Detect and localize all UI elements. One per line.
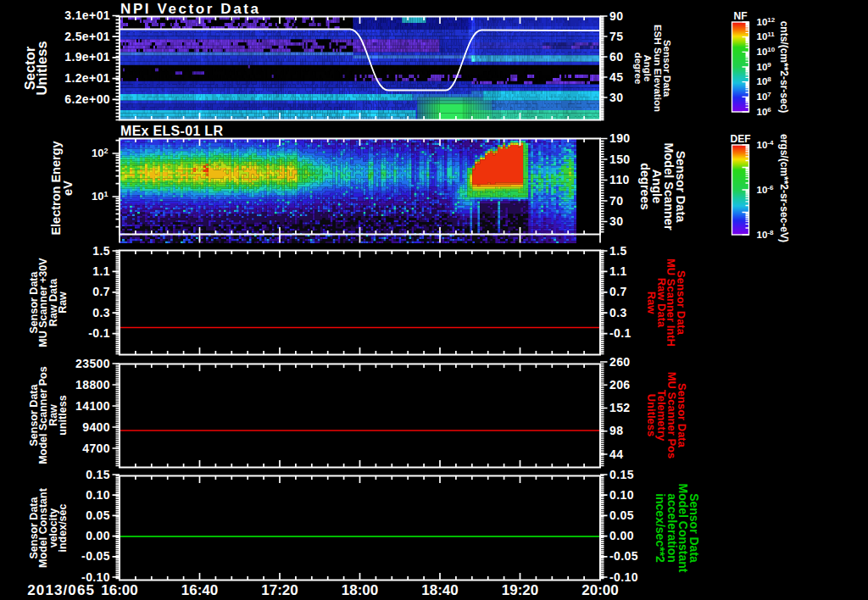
svg-text:206: 206 bbox=[609, 378, 631, 392]
svg-text:DEF: DEF bbox=[731, 133, 751, 145]
svg-text:NPI Vector Data: NPI Vector Data bbox=[120, 1, 261, 17]
svg-text:Unitless: Unitless bbox=[645, 394, 658, 437]
svg-text:70: 70 bbox=[609, 194, 623, 208]
svg-text:45: 45 bbox=[609, 70, 623, 84]
svg-text:260: 260 bbox=[609, 355, 631, 369]
svg-text:0.15: 0.15 bbox=[609, 468, 634, 481]
svg-text:9400: 9400 bbox=[82, 420, 110, 434]
svg-text:0.10: 0.10 bbox=[609, 488, 634, 502]
svg-text:18:00: 18:00 bbox=[342, 582, 378, 598]
svg-text:0.00: 0.00 bbox=[609, 529, 634, 542]
svg-text:incex/sec**2: incex/sec**2 bbox=[654, 493, 667, 563]
svg-text:Raw: Raw bbox=[57, 292, 69, 314]
svg-text:17:20: 17:20 bbox=[261, 582, 298, 598]
svg-text:30: 30 bbox=[609, 91, 623, 104]
svg-text:NF: NF bbox=[734, 10, 748, 22]
svg-text:98: 98 bbox=[609, 424, 623, 437]
svg-text:14100: 14100 bbox=[75, 399, 110, 413]
svg-text:0.3: 0.3 bbox=[609, 306, 627, 319]
svg-text:0.00: 0.00 bbox=[86, 529, 110, 542]
svg-text:2013/065: 2013/065 bbox=[27, 582, 95, 598]
svg-text:0.7: 0.7 bbox=[92, 285, 110, 298]
svg-text:Unitless: Unitless bbox=[34, 41, 49, 95]
svg-text:cnts/(cm**2-sr-sec): cnts/(cm**2-sr-sec) bbox=[778, 21, 790, 114]
svg-text:Sensor Data: Sensor Data bbox=[662, 40, 672, 97]
svg-text:Angle: Angle bbox=[643, 55, 653, 82]
svg-text:-0.1: -0.1 bbox=[88, 326, 110, 340]
svg-text:19:20: 19:20 bbox=[502, 582, 538, 598]
svg-text:ergs/(cm**2-sr-sec-eV): ergs/(cm**2-sr-sec-eV) bbox=[778, 134, 790, 242]
svg-text:30: 30 bbox=[609, 214, 623, 228]
svg-text:190: 190 bbox=[609, 131, 631, 145]
svg-text:degree: degree bbox=[633, 53, 643, 85]
svg-text:0.10: 0.10 bbox=[86, 488, 110, 502]
svg-text:unitless: unitless bbox=[57, 395, 69, 435]
svg-text:eV: eV bbox=[61, 181, 75, 196]
svg-text:1.9e+01: 1.9e+01 bbox=[64, 50, 110, 64]
svg-text:-0.1: -0.1 bbox=[609, 326, 632, 340]
svg-text:1.1: 1.1 bbox=[92, 264, 110, 278]
svg-text:0.3: 0.3 bbox=[92, 306, 110, 319]
svg-text:6.2e+00: 6.2e+00 bbox=[64, 92, 110, 106]
svg-text:18800: 18800 bbox=[75, 378, 110, 392]
svg-text:3.1e+01: 3.1e+01 bbox=[64, 8, 110, 22]
svg-text:1.2e+01: 1.2e+01 bbox=[64, 71, 110, 85]
svg-text:index/sec: index/sec bbox=[57, 503, 69, 552]
svg-text:-0.05: -0.05 bbox=[81, 549, 110, 563]
svg-text:0.15: 0.15 bbox=[86, 468, 110, 481]
svg-text:Raw: Raw bbox=[645, 292, 658, 315]
svg-text:1.5: 1.5 bbox=[92, 244, 110, 258]
svg-text:1.5: 1.5 bbox=[609, 244, 627, 258]
svg-text:150: 150 bbox=[609, 153, 631, 166]
svg-text:ESH Sun Elevation: ESH Sun Elevation bbox=[653, 25, 663, 112]
svg-text:degrees: degrees bbox=[638, 163, 652, 210]
svg-text:16:00: 16:00 bbox=[101, 582, 137, 598]
svg-text:16:40: 16:40 bbox=[181, 582, 218, 598]
svg-text:75: 75 bbox=[609, 30, 623, 43]
svg-text:90: 90 bbox=[609, 9, 623, 23]
svg-text:MEx ELS-01 LR: MEx ELS-01 LR bbox=[120, 124, 223, 138]
svg-text:0.7: 0.7 bbox=[609, 285, 627, 298]
svg-text:152: 152 bbox=[609, 401, 631, 414]
svg-text:23500: 23500 bbox=[75, 357, 110, 370]
svg-text:60: 60 bbox=[609, 50, 623, 64]
svg-text:0.05: 0.05 bbox=[86, 508, 110, 522]
svg-text:110: 110 bbox=[609, 173, 630, 186]
svg-text:20:00: 20:00 bbox=[581, 582, 618, 598]
svg-text:-0.05: -0.05 bbox=[609, 549, 638, 563]
svg-text:44: 44 bbox=[609, 447, 623, 461]
svg-text:1.1: 1.1 bbox=[609, 264, 627, 278]
svg-text:18:40: 18:40 bbox=[421, 582, 458, 598]
svg-text:2.5e+01: 2.5e+01 bbox=[64, 30, 110, 43]
svg-text:0.05: 0.05 bbox=[609, 508, 634, 522]
svg-text:4700: 4700 bbox=[82, 442, 110, 455]
